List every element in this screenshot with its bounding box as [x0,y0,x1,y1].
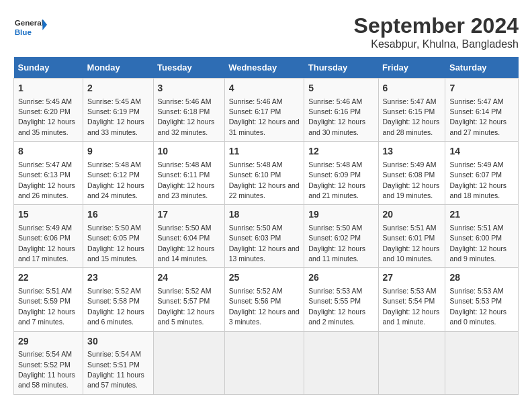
day-info: Sunrise: 5:47 AMSunset: 6:13 PMDaylight:… [18,161,75,199]
col-tuesday: Tuesday [153,57,224,79]
calendar-week-row: 8Sunrise: 5:47 AMSunset: 6:13 PMDaylight… [14,142,519,205]
day-number: 16 [87,208,148,222]
col-monday: Monday [83,57,153,79]
day-info: Sunrise: 5:50 AMSunset: 6:03 PMDaylight:… [229,224,300,263]
col-thursday: Thursday [304,57,378,79]
day-info: Sunrise: 5:46 AMSunset: 6:17 PMDaylight:… [229,97,300,136]
table-row [224,331,304,394]
table-row: 19Sunrise: 5:50 AMSunset: 6:02 PMDayligh… [304,205,378,268]
table-row: 14Sunrise: 5:49 AMSunset: 6:07 PMDayligh… [445,142,519,205]
day-number: 27 [383,271,441,285]
day-info: Sunrise: 5:53 AMSunset: 5:54 PMDaylight:… [383,287,440,326]
calendar-week-row: 15Sunrise: 5:49 AMSunset: 6:06 PMDayligh… [14,205,519,268]
table-row: 27Sunrise: 5:53 AMSunset: 5:54 PMDayligh… [378,268,445,331]
day-number: 18 [229,208,300,222]
table-row: 29Sunrise: 5:54 AMSunset: 5:52 PMDayligh… [14,331,83,394]
table-row [304,331,378,394]
day-number: 3 [158,82,220,95]
day-number: 10 [158,145,220,158]
col-saturday: Saturday [445,57,519,79]
day-info: Sunrise: 5:50 AMSunset: 6:05 PMDaylight:… [87,224,144,263]
col-wednesday: Wednesday [224,57,304,79]
table-row: 7Sunrise: 5:47 AMSunset: 6:14 PMDaylight… [445,79,519,142]
table-row: 2Sunrise: 5:45 AMSunset: 6:19 PMDaylight… [83,79,153,142]
page-subtitle: Kesabpur, Khulna, Bangladesh [354,38,519,50]
day-number: 9 [87,145,148,158]
table-row: 24Sunrise: 5:52 AMSunset: 5:57 PMDayligh… [153,268,224,331]
day-number: 19 [308,208,373,222]
day-number: 23 [87,271,148,285]
day-number: 1 [18,82,79,95]
col-sunday: Sunday [14,57,83,79]
table-row: 1Sunrise: 5:45 AMSunset: 6:20 PMDaylight… [14,79,83,142]
day-info: Sunrise: 5:45 AMSunset: 6:19 PMDaylight:… [87,97,144,136]
logo-icon: General Blue [13,13,47,40]
day-info: Sunrise: 5:52 AMSunset: 5:57 PMDaylight:… [158,287,215,326]
day-number: 13 [383,145,441,158]
table-row: 8Sunrise: 5:47 AMSunset: 6:13 PMDaylight… [14,142,83,205]
calendar-week-row: 22Sunrise: 5:51 AMSunset: 5:59 PMDayligh… [14,268,519,331]
day-number: 24 [158,271,220,285]
day-info: Sunrise: 5:52 AMSunset: 5:56 PMDaylight:… [229,287,300,326]
day-info: Sunrise: 5:49 AMSunset: 6:06 PMDaylight:… [18,224,75,263]
svg-text:Blue: Blue [15,28,32,36]
title-block: September 2024 Kesabpur, Khulna, Banglad… [354,13,519,50]
table-row: 13Sunrise: 5:49 AMSunset: 6:08 PMDayligh… [378,142,445,205]
table-row: 22Sunrise: 5:51 AMSunset: 5:59 PMDayligh… [14,268,83,331]
day-info: Sunrise: 5:49 AMSunset: 6:08 PMDaylight:… [383,161,440,199]
day-info: Sunrise: 5:46 AMSunset: 6:18 PMDaylight:… [158,97,215,136]
day-info: Sunrise: 5:48 AMSunset: 6:09 PMDaylight:… [308,161,365,199]
day-info: Sunrise: 5:47 AMSunset: 6:14 PMDaylight:… [449,97,506,136]
table-row: 17Sunrise: 5:50 AMSunset: 6:04 PMDayligh… [153,205,224,268]
day-number: 15 [18,208,79,222]
day-number: 11 [229,145,300,158]
day-info: Sunrise: 5:54 AMSunset: 5:52 PMDaylight:… [18,350,75,389]
day-number: 7 [449,82,514,95]
day-number: 28 [449,271,514,285]
day-info: Sunrise: 5:48 AMSunset: 6:10 PMDaylight:… [229,161,300,199]
day-number: 30 [87,335,148,349]
table-row: 4Sunrise: 5:46 AMSunset: 6:17 PMDaylight… [224,79,304,142]
day-number: 4 [229,82,300,95]
day-info: Sunrise: 5:49 AMSunset: 6:07 PMDaylight:… [449,161,506,199]
table-row: 10Sunrise: 5:48 AMSunset: 6:11 PMDayligh… [153,142,224,205]
day-info: Sunrise: 5:46 AMSunset: 6:16 PMDaylight:… [308,97,365,136]
day-number: 6 [383,82,441,95]
day-number: 2 [87,82,148,95]
day-number: 20 [383,208,441,222]
day-number: 17 [158,208,220,222]
table-row: 28Sunrise: 5:53 AMSunset: 5:53 PMDayligh… [445,268,519,331]
logo: General Blue [13,13,51,40]
day-info: Sunrise: 5:53 AMSunset: 5:55 PMDaylight:… [308,287,365,326]
day-number: 8 [18,145,79,158]
table-row: 9Sunrise: 5:48 AMSunset: 6:12 PMDaylight… [83,142,153,205]
calendar-week-row: 29Sunrise: 5:54 AMSunset: 5:52 PMDayligh… [14,331,519,394]
svg-text:General: General [15,18,44,27]
day-number: 29 [18,335,79,349]
day-number: 22 [18,271,79,285]
day-number: 26 [308,271,373,285]
calendar-table: Sunday Monday Tuesday Wednesday Thursday… [13,57,519,395]
day-number: 14 [449,145,514,158]
day-number: 12 [308,145,373,158]
table-row: 18Sunrise: 5:50 AMSunset: 6:03 PMDayligh… [224,205,304,268]
day-info: Sunrise: 5:53 AMSunset: 5:53 PMDaylight:… [449,287,506,326]
table-row: 25Sunrise: 5:52 AMSunset: 5:56 PMDayligh… [224,268,304,331]
day-info: Sunrise: 5:50 AMSunset: 6:02 PMDaylight:… [308,224,365,263]
table-row: 23Sunrise: 5:52 AMSunset: 5:58 PMDayligh… [83,268,153,331]
day-number: 25 [229,271,300,285]
day-info: Sunrise: 5:51 AMSunset: 6:01 PMDaylight:… [383,224,440,263]
day-number: 5 [308,82,373,95]
table-row: 12Sunrise: 5:48 AMSunset: 6:09 PMDayligh… [304,142,378,205]
day-info: Sunrise: 5:48 AMSunset: 6:12 PMDaylight:… [87,161,144,199]
day-info: Sunrise: 5:45 AMSunset: 6:20 PMDaylight:… [18,97,75,136]
col-friday: Friday [378,57,445,79]
table-row [378,331,445,394]
day-info: Sunrise: 5:51 AMSunset: 5:59 PMDaylight:… [18,287,75,326]
table-row: 6Sunrise: 5:47 AMSunset: 6:15 PMDaylight… [378,79,445,142]
page-title: September 2024 [354,13,519,38]
table-row: 5Sunrise: 5:46 AMSunset: 6:16 PMDaylight… [304,79,378,142]
svg-marker-2 [42,19,47,30]
day-info: Sunrise: 5:48 AMSunset: 6:11 PMDaylight:… [158,161,215,199]
day-number: 21 [449,208,514,222]
